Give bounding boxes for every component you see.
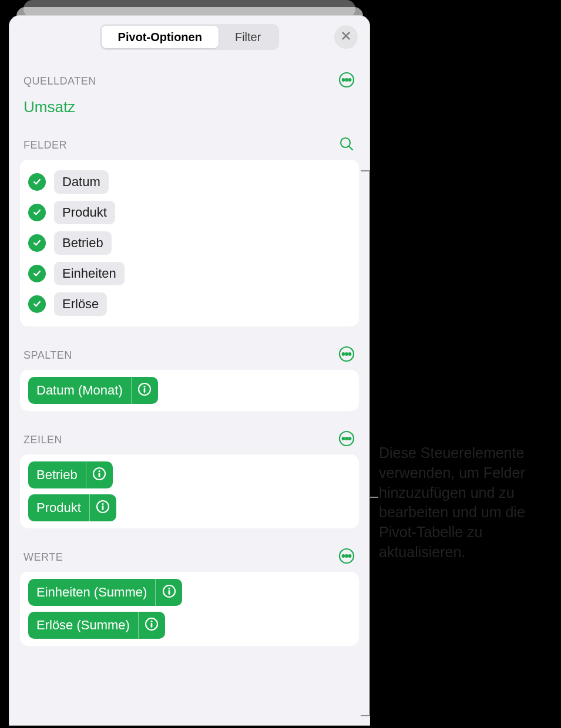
svg-point-17 (345, 437, 348, 440)
search-icon (338, 136, 355, 154)
callout-bracket (369, 170, 379, 716)
field-item: Betrieb (28, 228, 351, 258)
svg-point-13 (144, 386, 146, 387)
field-chip-produkt[interactable]: Produkt (54, 201, 115, 224)
section-fields-title: FELDER (23, 139, 67, 151)
svg-point-11 (349, 353, 351, 355)
field-item: Erlöse (28, 289, 351, 319)
svg-point-9 (342, 353, 345, 355)
columns-more-button[interactable] (338, 346, 355, 364)
value-tag-info-button[interactable] (138, 612, 165, 639)
value-tag-label: Einheiten (Summe) (28, 579, 155, 606)
pivot-options-panel: Pivot-Optionen Filter QUELLDATEN (9, 15, 370, 726)
svg-point-23 (102, 503, 104, 505)
svg-rect-14 (144, 388, 146, 393)
close-button[interactable] (334, 25, 358, 49)
field-checkbox[interactable] (28, 204, 46, 221)
svg-point-3 (342, 79, 345, 81)
row-tag-label: Produkt (28, 494, 89, 521)
info-icon (144, 616, 159, 634)
svg-rect-31 (168, 590, 170, 595)
svg-point-30 (168, 588, 170, 589)
section-rows-title: ZEILEN (23, 434, 62, 446)
columns-list: Datum (Monat) (20, 370, 359, 411)
column-tag-info-button[interactable] (131, 377, 158, 404)
source-more-button[interactable] (338, 72, 355, 90)
svg-point-27 (345, 555, 348, 557)
row-tag-betrieb[interactable]: Betrieb (28, 461, 113, 488)
value-tag-info-button[interactable] (155, 579, 182, 606)
svg-point-10 (345, 353, 348, 355)
field-chip-betrieb[interactable]: Betrieb (54, 231, 112, 255)
svg-line-7 (349, 146, 352, 150)
field-chip-erloese[interactable]: Erlöse (54, 292, 107, 316)
values-list: Einheiten (Summe) Erlöse (Summe) (20, 572, 359, 646)
close-icon (341, 31, 351, 43)
row-tag-label: Betrieb (28, 461, 86, 488)
tab-pivot-options[interactable]: Pivot-Optionen (102, 26, 219, 48)
fields-search-button[interactable] (338, 136, 355, 154)
more-icon (338, 548, 355, 567)
value-tag-label: Erlöse (Summe) (28, 612, 138, 639)
svg-rect-24 (102, 505, 104, 510)
segmented-control: Pivot-Optionen Filter (100, 24, 280, 50)
value-tag-einheiten[interactable]: Einheiten (Summe) (28, 579, 182, 606)
field-item: Produkt (28, 197, 351, 228)
more-icon (338, 430, 355, 449)
row-tag-produkt[interactable]: Produkt (28, 494, 116, 521)
info-icon (95, 499, 110, 517)
field-item: Einheiten (28, 258, 351, 289)
info-icon (92, 466, 107, 484)
svg-point-4 (345, 79, 348, 81)
more-icon (338, 346, 355, 365)
values-more-button[interactable] (338, 548, 355, 566)
field-checkbox[interactable] (28, 234, 46, 252)
svg-point-28 (349, 555, 351, 557)
svg-point-18 (349, 437, 351, 440)
row-tag-info-button[interactable] (89, 494, 116, 521)
row-tag-info-button[interactable] (86, 461, 113, 488)
info-icon (137, 382, 152, 399)
field-checkbox[interactable] (28, 265, 46, 282)
rows-list: Betrieb Produkt (20, 454, 359, 528)
section-values-title: WERTE (23, 551, 63, 564)
svg-point-5 (349, 79, 351, 81)
svg-point-20 (99, 470, 100, 472)
field-item: Datum (28, 167, 351, 197)
value-tag-erloese[interactable]: Erlöse (Summe) (28, 612, 165, 639)
fields-list: Datum Produkt Betrieb Einheiten Erlöse (20, 160, 359, 326)
section-columns-title: SPALTEN (23, 349, 72, 362)
callout-text: Diese Steuerelemente verwenden, um Felde… (379, 443, 555, 562)
svg-point-33 (151, 621, 153, 622)
callout: Diese Steuerelemente verwenden, um Felde… (379, 443, 555, 562)
field-chip-datum[interactable]: Datum (54, 170, 109, 194)
field-chip-einheiten[interactable]: Einheiten (54, 262, 125, 285)
source-data-name[interactable]: Umsatz (20, 90, 359, 116)
column-tag-label: Datum (Monat) (28, 377, 131, 404)
rows-more-button[interactable] (338, 431, 355, 449)
svg-point-26 (342, 555, 345, 557)
svg-point-16 (342, 437, 345, 440)
section-source-title: QUELLDATEN (23, 75, 96, 87)
field-checkbox[interactable] (28, 295, 46, 313)
tab-filter[interactable]: Filter (219, 26, 277, 48)
info-icon (162, 584, 177, 601)
column-tag-datum-monat[interactable]: Datum (Monat) (28, 377, 158, 404)
more-icon (338, 72, 355, 90)
svg-rect-21 (99, 473, 100, 477)
svg-rect-34 (151, 623, 153, 628)
field-checkbox[interactable] (28, 173, 46, 191)
